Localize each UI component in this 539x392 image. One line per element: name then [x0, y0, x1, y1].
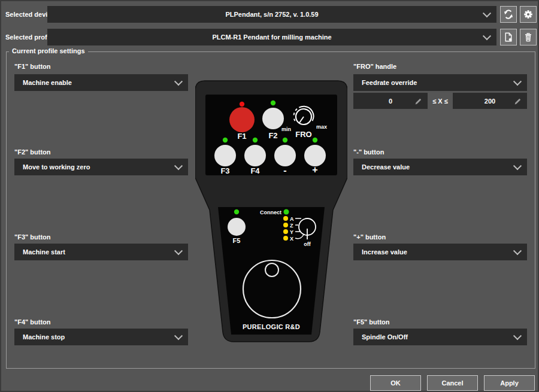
axis-off-cap: off [304, 241, 311, 247]
chevron-down-icon [174, 247, 183, 255]
edit-pencil-icon [514, 97, 522, 108]
f1-action-value: Machine enable [14, 79, 72, 86]
profile-select-value: PLCM-R1 Pendant for milling machine [47, 34, 496, 41]
fro-cap: FRO [295, 130, 311, 139]
f4-action-select[interactable]: Machine stop [14, 329, 188, 345]
fro-min-cap: min [281, 126, 291, 132]
fro-range-relation: ≤ X ≤ [428, 93, 453, 109]
f2-button [262, 108, 284, 129]
f1-action-select[interactable]: Machine enable [14, 74, 188, 91]
fro-max-cap: max [316, 124, 327, 130]
new-profile-button[interactable] [500, 29, 517, 45]
chevron-down-icon [513, 332, 522, 340]
f2-action-select[interactable]: Move to working zero [14, 159, 188, 175]
axis-z-cap: Z [290, 223, 293, 229]
f5-action-select[interactable]: Spindle On/Off [353, 329, 527, 345]
f3-button [214, 145, 236, 166]
f5-button-cap: F5 [233, 237, 241, 244]
f5-button [228, 218, 246, 236]
f1-button [229, 107, 255, 132]
chevron-down-icon [174, 162, 183, 170]
plus-button-label: "+" button [353, 233, 386, 241]
axis-z-led [283, 223, 288, 227]
axis-x-led [283, 236, 288, 241]
plus-action-select[interactable]: Increase value [353, 244, 527, 260]
f2-button-label: "F2" button [14, 148, 51, 156]
axis-a-led [283, 216, 288, 221]
minus-button-label: "-" button [353, 148, 384, 156]
chevron-down-icon [513, 77, 522, 86]
f2-action-value: Move to working zero [14, 163, 90, 171]
device-settings-button[interactable] [520, 6, 537, 23]
delete-profile-button[interactable] [520, 29, 537, 45]
profile-select[interactable]: PLCM-R1 Pendant for milling machine [47, 29, 496, 45]
axis-a-cap: A [290, 216, 294, 222]
axis-y-led [283, 229, 288, 234]
fro-action-select[interactable]: Feedrate override [353, 74, 527, 91]
new-document-icon [504, 32, 513, 42]
f3-button-cap: F3 [220, 166, 229, 175]
pendant-settings-window: Selected device PLPendant, s/n 2752, v. … [0, 0, 539, 392]
f1-led [240, 102, 244, 107]
f3-led [223, 138, 228, 142]
chevron-down-icon [513, 162, 522, 170]
fro-handle-label: "FRO" handle [353, 63, 396, 70]
f3-action-value: Machine start [14, 248, 65, 256]
f5-action-value: Spindle On/Off [353, 333, 408, 341]
f5-led [234, 209, 239, 214]
trash-icon [523, 32, 533, 42]
minus-button-cap: - [283, 165, 286, 175]
f3-button-label: "F3" button [14, 233, 51, 241]
fro-min-input[interactable]: 0 [353, 93, 428, 109]
group-title: Current profile settings [9, 47, 88, 54]
f3-action-select[interactable]: Machine start [14, 244, 188, 260]
plus-button-cap: + [312, 165, 317, 175]
axis-y-cap: Y [290, 229, 293, 235]
chevron-down-icon [174, 332, 183, 340]
refresh-icon [504, 10, 513, 19]
refresh-devices-button[interactable] [500, 6, 517, 23]
device-select[interactable]: PLPendant, s/n 2752, v. 1.0.59 [47, 6, 496, 23]
chevron-down-icon [174, 77, 183, 86]
apply-button[interactable]: Apply [484, 375, 535, 391]
connect-cap: Connect [260, 209, 281, 215]
minus-button [274, 145, 296, 166]
plus-action-value: Increase value [353, 248, 407, 256]
f2-led [271, 101, 275, 105]
fro-action-value: Feedrate override [353, 79, 417, 86]
minus-action-value: Decrease value [353, 163, 410, 171]
f2-button-cap: F2 [268, 131, 277, 140]
f5-button-label: "F5" button [353, 318, 390, 326]
plus-led [313, 138, 317, 142]
cancel-button[interactable]: Cancel [427, 375, 478, 391]
f4-led [253, 138, 258, 142]
minus-led [283, 138, 287, 142]
f4-button-label: "F4" button [14, 318, 51, 326]
f1-button-cap: F1 [237, 132, 246, 141]
pendant-illustration: F1 F2 min FRO max F3 F4 - + F5 Connect A [195, 77, 347, 348]
gear-icon [523, 10, 533, 19]
f4-action-value: Machine stop [14, 333, 65, 341]
device-select-value: PLPendant, s/n 2752, v. 1.0.59 [47, 11, 496, 18]
f1-button-label: "F1" button [14, 63, 51, 70]
fro-max-input[interactable]: 200 [453, 93, 527, 109]
ok-button[interactable]: OK [370, 375, 421, 391]
chevron-down-icon [513, 247, 522, 255]
connect-led [284, 209, 289, 215]
f4-button [244, 145, 266, 166]
axis-x-cap: X [290, 236, 293, 242]
f4-button-cap: F4 [250, 166, 260, 175]
minus-action-select[interactable]: Decrease value [353, 159, 527, 175]
edit-pencil-icon [414, 97, 422, 108]
brand-cap: PURELOGIC R&D [243, 323, 300, 330]
plus-button [304, 145, 326, 166]
